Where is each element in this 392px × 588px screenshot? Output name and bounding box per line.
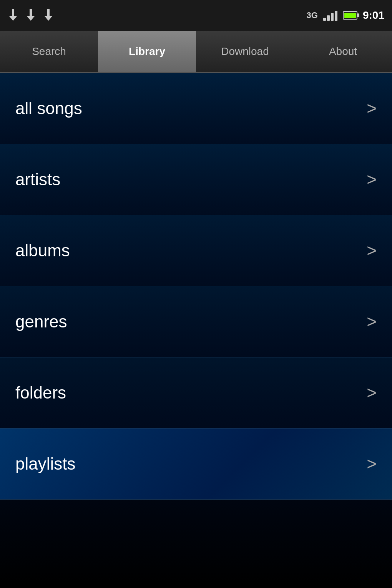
chevron-right-icon: > [367,241,377,260]
list-item-artists[interactable]: artists > [0,144,392,215]
library-content: all songs > artists > albums > genres > … [0,73,392,500]
tab-download[interactable]: Download [196,31,294,72]
tab-search[interactable]: Search [0,31,98,72]
chevron-right-icon: > [367,312,377,331]
status-indicators: 3G 9:01 [307,9,384,22]
battery-icon [343,11,357,20]
3g-icon: 3G [307,10,318,20]
battery-fill [344,13,356,18]
chevron-right-icon: > [367,99,377,118]
tab-bar: Search Library Download About [0,31,392,73]
clock: 9:01 [363,9,384,22]
chevron-right-icon: > [367,454,377,473]
list-item-genres[interactable]: genres > [0,286,392,357]
bottom-empty-area [0,500,392,587]
list-item-all-songs[interactable]: all songs > [0,73,392,144]
download-notification-3 [43,9,54,22]
tab-library[interactable]: Library [98,31,196,72]
notification-icons [8,9,54,22]
list-item-playlists[interactable]: playlists > [0,429,392,500]
chevron-right-icon: > [367,383,377,402]
download-notification-2 [25,9,36,22]
tab-about[interactable]: About [294,31,392,72]
signal-strength-icon [323,10,337,21]
download-notification-1 [8,9,18,22]
list-item-folders[interactable]: folders > [0,357,392,429]
chevron-right-icon: > [367,170,377,189]
status-bar: 3G 9:01 [0,0,392,31]
list-item-albums[interactable]: albums > [0,215,392,286]
